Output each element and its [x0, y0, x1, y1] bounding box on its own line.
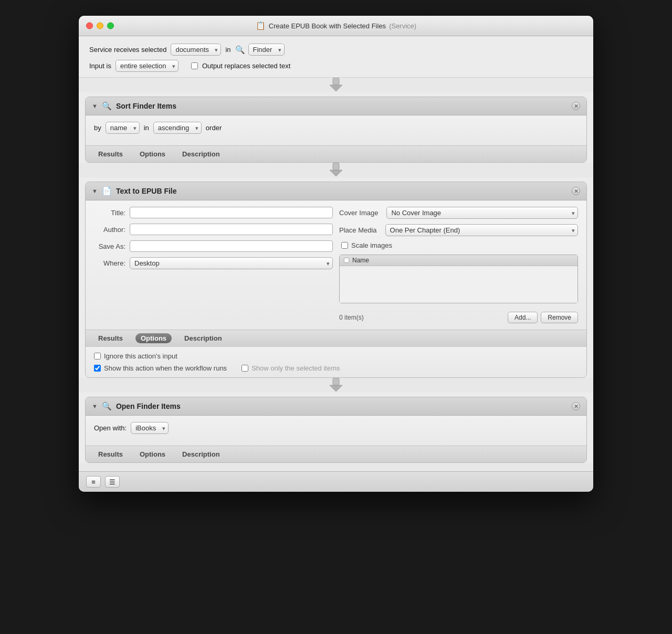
sort-tab-description[interactable]: Description: [178, 149, 224, 159]
sort-finder-header-left: ▼ 🔍 Sort Finder Items: [92, 101, 176, 111]
open-finder-content: Open with: iBooks: [86, 416, 586, 446]
sort-order-select[interactable]: ascending: [153, 122, 202, 134]
svg-marker-3: [330, 170, 342, 176]
epub-grid: Title: Author: Save As: Where:: [94, 207, 578, 323]
where-label: Where:: [94, 259, 125, 267]
connector-arrow-1: [326, 78, 346, 92]
main-window: 📋 Create EPUB Book with Selected Files (…: [79, 16, 593, 492]
epub-right-col: Cover Image No Cover Image Place Media: [339, 207, 578, 323]
show-action-checkbox[interactable]: [94, 365, 101, 372]
remove-button[interactable]: Remove: [541, 312, 578, 323]
open-with-row: Open with: iBooks: [94, 422, 578, 434]
ignore-input-label: Ignore this action's input: [94, 352, 578, 360]
connector-2: [79, 163, 593, 177]
epub-close[interactable]: ✕: [572, 187, 580, 195]
open-tab-results[interactable]: Results: [94, 449, 127, 459]
bottom-bar: ≡ ☰: [79, 471, 593, 492]
spacer: [79, 463, 593, 471]
open-finder-title: Open Finder Items: [116, 402, 181, 410]
show-selected-checkbox[interactable]: [242, 365, 248, 372]
open-finder-close[interactable]: ✕: [572, 402, 580, 410]
finder-select[interactable]: Finder: [248, 44, 285, 56]
cover-image-select-wrapper[interactable]: No Cover Image: [386, 207, 578, 219]
open-with-select[interactable]: iBooks: [131, 422, 169, 434]
scale-images-label: Scale images: [351, 241, 392, 249]
title-bar: 📋 Create EPUB Book with Selected Files (…: [79, 16, 593, 36]
sort-by-select[interactable]: name: [106, 122, 140, 134]
finder-app-select-wrapper[interactable]: Finder: [248, 44, 285, 56]
show-action-text: Show this action when the workflow runs: [104, 364, 227, 372]
place-media-select-wrapper[interactable]: One Per Chapter (End): [385, 224, 578, 236]
media-btn-group: Add... Remove: [508, 312, 578, 323]
cover-image-select[interactable]: No Cover Image: [386, 207, 578, 219]
author-label: Author:: [94, 226, 125, 234]
sort-by-wrapper[interactable]: name: [106, 122, 140, 134]
connector-arrow-3: [326, 378, 346, 393]
epub-options-content: Ignore this action's input Show this act…: [86, 346, 586, 377]
epub-tab-results[interactable]: Results: [94, 333, 127, 343]
sort-finder-header: ▼ 🔍 Sort Finder Items ✕: [86, 97, 586, 115]
open-finder-collapse[interactable]: ▼: [92, 403, 98, 409]
maximize-button[interactable]: [107, 23, 114, 29]
media-list-check-col: [344, 258, 349, 263]
epub-collapse[interactable]: ▼: [92, 188, 98, 194]
scale-images-checkbox[interactable]: [341, 242, 348, 249]
open-finder-tabs: Results Options Description: [86, 446, 586, 462]
epub-icon: 📄: [102, 186, 112, 196]
epub-tab-description[interactable]: Description: [180, 333, 226, 343]
close-button[interactable]: [86, 23, 93, 29]
connector-1: [79, 78, 593, 92]
receives-select[interactable]: documents: [171, 44, 221, 56]
save-as-input[interactable]: [130, 240, 333, 252]
sort-order-wrapper[interactable]: ascending: [153, 122, 202, 134]
author-input[interactable]: [130, 224, 333, 235]
save-as-label: Save As:: [94, 242, 125, 250]
sort-tab-options[interactable]: Options: [135, 149, 170, 159]
where-select-wrapper[interactable]: Desktop: [130, 257, 333, 269]
input-value-select-wrapper[interactable]: entire selection: [116, 60, 178, 72]
input-select[interactable]: entire selection: [116, 60, 178, 72]
open-with-select-wrapper[interactable]: iBooks: [131, 422, 169, 434]
show-selected-text: Show only the selected items: [251, 364, 340, 372]
open-tab-description[interactable]: Description: [178, 449, 224, 459]
finder-icon-sm: 🔍: [102, 101, 112, 111]
sort-finder-title: Sort Finder Items: [116, 102, 176, 110]
in-label: in: [225, 46, 230, 54]
sort-finder-collapse[interactable]: ▼: [92, 103, 98, 109]
sort-tab-results[interactable]: Results: [94, 149, 127, 159]
service-header: Service receives selected documents in 🔍…: [79, 36, 593, 78]
add-button[interactable]: Add...: [508, 312, 538, 323]
scale-images-row: Scale images: [339, 241, 578, 249]
grid-view-button[interactable]: ☰: [105, 476, 120, 488]
media-list-name-col: Name: [352, 257, 369, 264]
ignore-input-checkbox[interactable]: [94, 353, 101, 360]
open-finder-icon: 🔍: [102, 401, 112, 411]
place-media-select[interactable]: One Per Chapter (End): [385, 224, 578, 236]
open-finder-header-left: ▼ 🔍 Open Finder Items: [92, 401, 181, 411]
sort-finder-close[interactable]: ✕: [572, 102, 580, 110]
title-input[interactable]: [130, 207, 333, 218]
receives-select-wrapper[interactable]: documents: [171, 44, 221, 56]
finder-select-wrapper: 🔍 Finder: [235, 44, 285, 56]
where-select[interactable]: Desktop: [130, 257, 333, 269]
connector-arrow-2: [326, 163, 346, 177]
by-label: by: [94, 124, 101, 132]
input-is-label: Input is: [89, 62, 111, 70]
open-tab-options[interactable]: Options: [135, 449, 170, 459]
output-replaces-checkbox[interactable]: [191, 62, 198, 69]
open-finder-header: ▼ 🔍 Open Finder Items ✕: [86, 397, 586, 416]
media-list-body: [340, 266, 578, 303]
svg-marker-5: [330, 385, 342, 392]
list-view-button[interactable]: ≡: [86, 476, 101, 488]
cover-image-row: Cover Image No Cover Image: [339, 207, 578, 219]
minimize-button[interactable]: [97, 23, 103, 29]
epub-tab-options[interactable]: Options: [135, 333, 172, 343]
title-label: Title:: [94, 209, 125, 217]
order-label: order: [206, 124, 222, 132]
item-count-row: 0 item(s) Add... Remove: [339, 312, 578, 323]
title-field-row: Title:: [94, 207, 333, 218]
svg-rect-0: [333, 78, 339, 85]
epub-header: ▼ 📄 Text to EPUB File ✕: [86, 182, 586, 200]
automator-icon: 📋: [256, 21, 266, 30]
svg-marker-1: [330, 85, 342, 91]
